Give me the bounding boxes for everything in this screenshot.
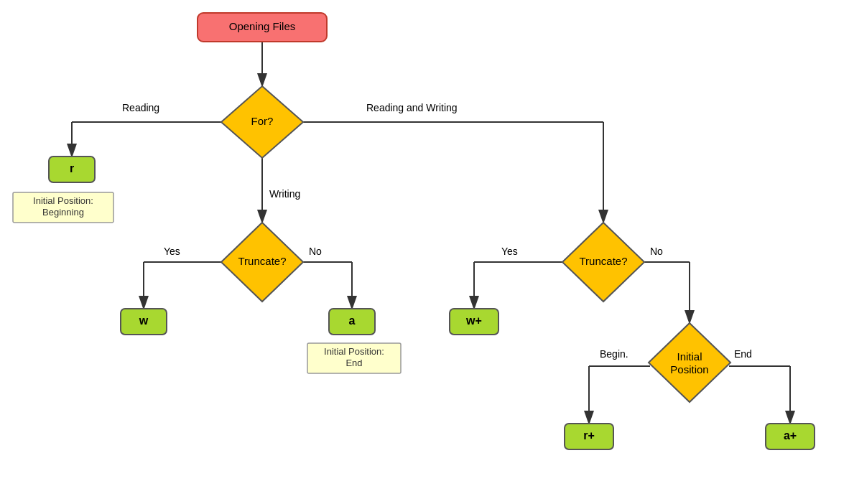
reading-label: Reading bbox=[122, 102, 159, 113]
end-label: End bbox=[734, 348, 752, 360]
initial-pos-end-line2: End bbox=[345, 358, 362, 368]
a-label: a bbox=[349, 314, 356, 327]
initial-pos-end-line1: Initial Position: bbox=[324, 346, 384, 357]
truncate1-label: Truncate? bbox=[238, 255, 287, 267]
initial-position-line2: Position bbox=[670, 363, 708, 375]
rp-label: r+ bbox=[583, 429, 595, 442]
initial-position-line1: Initial bbox=[677, 350, 702, 363]
initial-pos-beginning-line1: Initial Position: bbox=[33, 195, 93, 206]
initial-pos-beginning-line2: Beginning bbox=[42, 207, 84, 218]
writing-label: Writing bbox=[269, 188, 300, 200]
no2-label: No bbox=[650, 246, 663, 257]
reading-writing-label: Reading and Writing bbox=[366, 102, 458, 113]
truncate2-label: Truncate? bbox=[580, 255, 628, 267]
w-label: w bbox=[139, 314, 149, 327]
no1-label: No bbox=[309, 246, 322, 257]
ap-label: a+ bbox=[784, 429, 797, 442]
yes1-label: Yes bbox=[164, 246, 180, 257]
for-label: For? bbox=[251, 115, 274, 127]
wp-label: w+ bbox=[465, 314, 482, 327]
yes2-label: Yes bbox=[501, 246, 518, 257]
r-label: r bbox=[70, 162, 74, 174]
opening-files-label: Opening Files bbox=[229, 20, 296, 32]
begin-label: Begin. bbox=[600, 348, 628, 360]
